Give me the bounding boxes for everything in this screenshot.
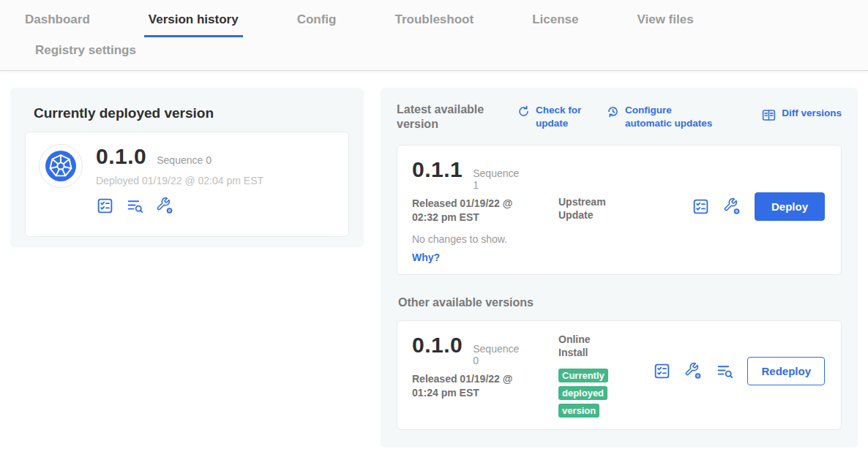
latest-version-header: Latest available version Check for updat… — [397, 102, 842, 132]
currently-deployed-title: Currently deployed version — [34, 105, 349, 121]
version-history-panel: Latest available version Check for updat… — [381, 88, 858, 448]
tab-troubleshoot[interactable]: Troubleshoot — [390, 10, 478, 37]
nav-row-1: Dashboard Version history Config Trouble… — [0, 0, 868, 37]
preflight-checks-icon[interactable] — [653, 362, 671, 380]
deployed-date: Deployed 01/19/22 @ 02:04 pm EST — [96, 175, 263, 186]
deployed-actions — [96, 197, 263, 215]
kots-admin-console: Dashboard Version history Config Trouble… — [0, 0, 868, 468]
deploy-logs-icon[interactable] — [716, 362, 734, 380]
other-version-source: Online Install Currently deployed versio… — [558, 333, 629, 419]
configure-automatic-updates-link[interactable]: Configure automatic updates — [606, 102, 717, 129]
latest-version-number: 0.1.1 — [412, 157, 463, 182]
currently-deployed-panel: Currently deployed version — [10, 88, 364, 247]
other-version-card: 0.1.0 Sequence 0 Released 01/19/22 @ 01:… — [397, 320, 842, 430]
tab-registry-settings[interactable]: Registry settings — [31, 37, 141, 68]
other-version-number: 0.1.0 — [412, 333, 463, 358]
check-for-update-link[interactable]: Check for update — [517, 102, 587, 129]
other-version-actions: Redeploy — [653, 357, 825, 385]
diff-versions-link[interactable]: Diff versions — [761, 102, 842, 123]
preflight-checks-icon[interactable] — [692, 197, 710, 216]
check-for-update-label: Check for update — [536, 104, 587, 129]
latest-version-sequence: Sequence 1 — [473, 167, 520, 191]
redeploy-button[interactable]: Redeploy — [747, 357, 825, 385]
currently-deployed-badge: Currently deployed version — [558, 366, 611, 419]
latest-version-title: Latest available version — [397, 102, 499, 132]
no-changes-text: No changes to show. — [412, 233, 825, 245]
edit-config-icon[interactable] — [723, 197, 741, 216]
tab-config[interactable]: Config — [293, 10, 341, 37]
latest-version-source: Upstream Update — [558, 195, 629, 222]
tab-dashboard[interactable]: Dashboard — [20, 10, 94, 37]
deploy-button[interactable]: Deploy — [755, 192, 825, 221]
edit-config-icon[interactable] — [156, 197, 174, 215]
configure-automatic-updates-label: Configure automatic updates — [625, 104, 717, 129]
edit-config-icon[interactable] — [684, 362, 703, 380]
deployed-version-details: 0.1.0 Sequence 0 Deployed 01/19/22 @ 02:… — [96, 144, 263, 215]
latest-version-actions: Deploy — [692, 192, 825, 221]
deployed-version-number: 0.1.0 — [96, 144, 146, 169]
tab-license[interactable]: License — [528, 10, 583, 37]
tab-version-history[interactable]: Version history — [144, 10, 243, 37]
schedule-refresh-icon — [606, 105, 620, 118]
diff-versions-label: Diff versions — [782, 107, 842, 123]
deploy-logs-icon[interactable] — [126, 197, 144, 215]
latest-version-card: 0.1.1 Sequence 1 Released 01/19/22 @ 02:… — [397, 145, 842, 275]
preflight-checks-icon[interactable] — [96, 197, 114, 215]
latest-version-details: 0.1.1 Sequence 1 Released 01/19/22 @ 02:… — [412, 157, 558, 224]
kubernetes-icon — [39, 144, 83, 188]
refresh-icon — [517, 105, 531, 118]
latest-version-released: Released 01/19/22 @ 02:32 pm EST — [412, 197, 531, 224]
why-link[interactable]: Why? — [412, 252, 440, 263]
nav-row-2: Registry settings — [0, 37, 868, 68]
diff-icon — [761, 107, 777, 123]
other-version-sequence: Sequence 0 — [473, 343, 520, 366]
other-available-versions-title: Other available versions — [398, 295, 842, 310]
other-version-released: Released 01/19/22 @ 01:24 pm EST — [412, 372, 531, 400]
deployed-version-card: 0.1.0 Sequence 0 Deployed 01/19/22 @ 02:… — [25, 132, 349, 237]
top-navigation: Dashboard Version history Config Trouble… — [0, 0, 868, 71]
deployed-sequence: Sequence 0 — [157, 154, 212, 166]
tab-view-files[interactable]: View files — [632, 10, 697, 37]
other-version-details: 0.1.0 Sequence 0 Released 01/19/22 @ 01:… — [412, 333, 558, 400]
